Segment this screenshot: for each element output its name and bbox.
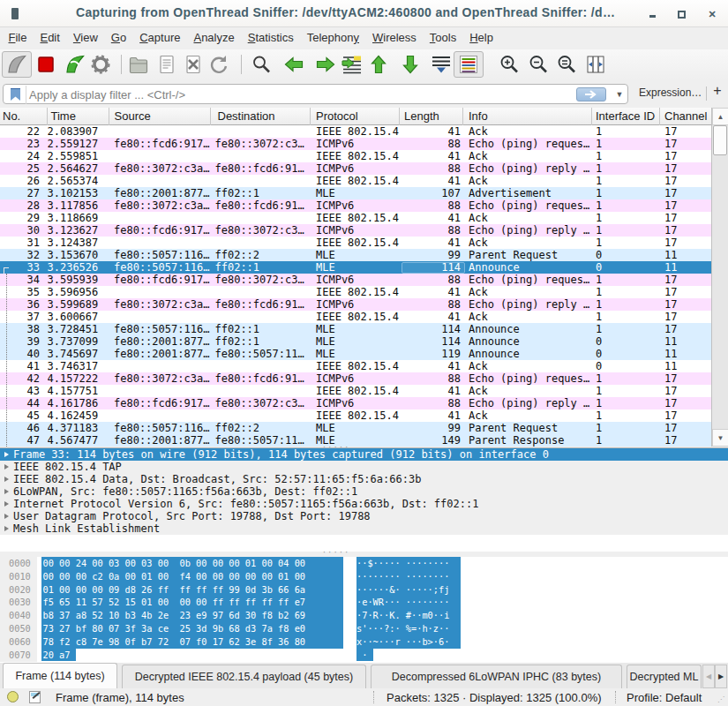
stop-capture-button[interactable] xyxy=(35,54,56,75)
byte-view-tab-1[interactable]: Decrypted IEEE 802.15.4 payload (45 byte… xyxy=(122,665,366,688)
hex-bytes[interactable]: 01 00 00 00 09 d8 26 ff ff ff ff 99 0d 3… xyxy=(41,583,343,597)
hex-ascii[interactable]: ·e·WR··· ········ xyxy=(356,596,461,609)
column-header-protocol[interactable]: Protocol xyxy=(311,108,401,125)
column-header-time[interactable]: Time xyxy=(48,108,109,125)
hex-row[interactable]: 005073 27 bf 80 07 3f 3a ce 25 3d 9b 68 … xyxy=(0,622,728,635)
byte-view-tab-2[interactable]: Decompressed 6LoWPAN IPHC (83 bytes) xyxy=(371,665,622,688)
column-header-length[interactable]: Length xyxy=(400,108,463,125)
expert-info-icon[interactable] xyxy=(7,691,19,702)
resize-columns-button[interactable] xyxy=(585,54,606,75)
find-packet-button[interactable] xyxy=(251,54,272,75)
byte-view-tab-0[interactable]: Frame (114 bytes) xyxy=(3,663,117,688)
detail-line[interactable]: Mesh Link Establishment xyxy=(0,522,728,535)
packet-row[interactable]: 474.567477fe80::2001:877…fe80::5057:11…M… xyxy=(0,434,711,447)
packet-row[interactable]: 353.596956IEEE 802.15.441Ack117 xyxy=(0,286,711,298)
expand-arrow-icon[interactable] xyxy=(4,501,9,507)
menu-item-tools[interactable]: Tools xyxy=(423,27,462,48)
maximize-button[interactable] xyxy=(674,7,688,21)
title-bar[interactable]: Capturing from OpenThread Sniffer: /dev/… xyxy=(0,0,728,27)
packet-row[interactable]: 413.746317IEEE 802.15.441Ack011 xyxy=(0,360,711,372)
packet-row[interactable]: 424.157222fe80::3072:c3a…fe80::fcd6:91…I… xyxy=(0,372,711,385)
expand-arrow-icon[interactable] xyxy=(4,526,9,531)
filter-dropdown-chevron[interactable]: ▼ xyxy=(613,87,626,101)
tab-scroll-right-button[interactable]: ▶ xyxy=(715,665,727,688)
hex-ascii[interactable]: ······&· ·····;fj xyxy=(356,583,461,597)
expression-button[interactable]: Expression… xyxy=(639,86,702,99)
packet-row[interactable]: 373.600667IEEE 802.15.441Ack117 xyxy=(0,311,711,323)
go-forward-button[interactable] xyxy=(315,54,336,75)
detail-line-selected[interactable]: Frame 33: 114 bytes on wire (912 bits), … xyxy=(0,448,728,461)
packet-row[interactable]: 393.737099fe80::2001:877…ff02::1MLE114An… xyxy=(0,335,711,348)
menu-item-capture[interactable]: Capture xyxy=(133,27,187,48)
menu-item-telephony[interactable]: Telephony xyxy=(300,27,365,48)
menu-item-analyze[interactable]: Analyze xyxy=(187,27,241,48)
expand-arrow-icon[interactable] xyxy=(4,489,9,494)
go-to-packet-button[interactable] xyxy=(341,54,363,75)
resize-grip[interactable]: ⋰ xyxy=(717,695,726,704)
menu-item-go[interactable]: Go xyxy=(104,27,132,48)
packet-row[interactable]: 403.745697fe80::2001:877…fe80::5057:11…M… xyxy=(0,348,711,360)
menu-item-edit[interactable]: Edit xyxy=(34,27,66,48)
capture-options-button[interactable] xyxy=(90,54,111,75)
detail-line[interactable]: Internet Protocol Version 6, Src: fe80::… xyxy=(0,498,728,510)
hex-ascii[interactable]: ·7·R··K. #··m0··i xyxy=(356,609,461,622)
open-file-button[interactable] xyxy=(128,54,149,75)
menu-item-wireless[interactable]: Wireless xyxy=(366,27,424,48)
hex-row[interactable]: 000000 00 24 00 03 00 03 00 0b 00 00 00 … xyxy=(0,557,728,570)
hex-bytes[interactable]: 00 00 00 c2 0a 00 01 00 f4 00 00 00 00 0… xyxy=(41,570,343,583)
packet-row[interactable]: 434.157751IEEE 802.15.441Ack117 xyxy=(0,385,711,397)
scroll-down-button[interactable]: ▼ xyxy=(712,429,728,447)
menu-item-help[interactable]: Help xyxy=(463,27,500,48)
hex-bytes[interactable]: 78 f2 c8 7e 98 0f b7 72 07 f0 17 62 3e 8… xyxy=(41,635,343,649)
packet-row[interactable]: 232.559127fe80::fcd6:917…fe80::3072:c3…I… xyxy=(0,138,711,150)
hex-row[interactable]: 0040b8 37 a8 52 10 b3 4b 2e 23 e9 97 6d … xyxy=(0,609,728,622)
hex-ascii[interactable]: x··~···r ···b>·6· xyxy=(356,635,461,649)
packet-row[interactable]: 444.161786fe80::fcd6:917…fe80::3072:c3…I… xyxy=(0,397,711,409)
expand-arrow-icon[interactable] xyxy=(4,477,9,482)
save-file-button[interactable] xyxy=(156,54,177,75)
start-capture-button[interactable] xyxy=(2,51,32,78)
column-header-destination[interactable]: Destination xyxy=(211,108,311,125)
hex-bytes[interactable]: 00 00 24 00 03 00 03 00 0b 00 00 00 01 0… xyxy=(41,557,343,570)
status-profile[interactable]: Profile: Default xyxy=(627,691,702,704)
hex-ascii[interactable]: ········ ········ xyxy=(356,570,461,583)
reload-file-button[interactable] xyxy=(208,54,229,75)
packet-row[interactable]: 343.595939fe80::fcd6:917…fe80::3072:c3…I… xyxy=(0,274,711,286)
hex-row[interactable]: 007020 a7 · xyxy=(0,649,728,662)
hex-bytes[interactable]: 20 a7 xyxy=(41,649,76,662)
packet-row[interactable]: 273.102153fe80::2001:877…ff02::1MLE107Ad… xyxy=(0,187,711,199)
menu-item-statistics[interactable]: Statistics xyxy=(241,27,300,48)
packet-row[interactable]: 464.371183fe80::5057:116…ff02::2MLE99Par… xyxy=(0,422,711,434)
packet-row[interactable]: 363.599689fe80::3072:c3a…fe80::fcd6:91…I… xyxy=(0,298,711,311)
apply-filter-button[interactable] xyxy=(576,87,606,101)
detail-line[interactable]: User Datagram Protocol, Src Port: 19788,… xyxy=(0,510,728,522)
tab-scroll-left-button[interactable]: ◀ xyxy=(702,665,715,688)
packet-list-header[interactable]: No.TimeSourceDestinationProtocolLengthIn… xyxy=(0,108,728,125)
display-filter-input[interactable]: Apply a display filter ... <Ctrl-/> ▼ xyxy=(3,84,628,104)
detail-line[interactable]: 6LoWPAN, Src: fe80::5057:1165:f56a:663b,… xyxy=(0,485,728,498)
scroll-up-button[interactable]: ▲ xyxy=(712,108,728,125)
column-header-interface_id[interactable]: Interface ID xyxy=(592,108,660,125)
packet-row[interactable]: 313.124387IEEE 802.15.441Ack117 xyxy=(0,237,711,249)
packet-row[interactable]: 303.123627fe80::fcd6:917…fe80::3072:c3…I… xyxy=(0,224,711,237)
packet-row-selected[interactable]: 333.236526fe80::5057:116…ff02::1MLE114An… xyxy=(0,261,711,274)
expand-arrow-icon[interactable] xyxy=(4,452,9,457)
hex-row[interactable]: 0030f5 65 11 57 52 15 01 00 00 00 ff ff … xyxy=(0,596,728,609)
packet-list-scrollbar[interactable]: ▲ ▼ xyxy=(711,108,728,447)
packet-row[interactable]: 293.118669IEEE 802.15.441Ack117 xyxy=(0,212,711,224)
zoom-reset-button[interactable] xyxy=(556,54,577,75)
detail-line[interactable]: IEEE 802.15.4 TAP xyxy=(0,461,728,473)
packet-row[interactable]: 252.564627fe80::3072:c3a…fe80::fcd6:91…I… xyxy=(0,162,711,175)
close-file-button[interactable] xyxy=(183,54,204,75)
capture-comment-icon[interactable] xyxy=(29,691,41,703)
hex-row[interactable]: 001000 00 00 c2 0a 00 01 00 f4 00 00 00 … xyxy=(0,570,728,583)
zoom-in-button[interactable] xyxy=(499,54,520,75)
add-filter-button[interactable]: + xyxy=(710,83,724,99)
packet-row[interactable]: 242.559851IEEE 802.15.441Ack117 xyxy=(0,150,711,162)
expand-arrow-icon[interactable] xyxy=(4,464,9,469)
go-back-button[interactable] xyxy=(283,54,304,75)
packet-row[interactable]: 383.728451fe80::5057:116…ff02::1MLE114An… xyxy=(0,323,711,335)
packet-row[interactable]: 283.117856fe80::3072:c3a…fe80::fcd6:91…I… xyxy=(0,199,711,212)
hex-ascii[interactable]: s'···?:· %=·h·z·· xyxy=(356,622,461,635)
hex-bytes[interactable]: f5 65 11 57 52 15 01 00 00 00 ff ff ff f… xyxy=(41,596,343,609)
